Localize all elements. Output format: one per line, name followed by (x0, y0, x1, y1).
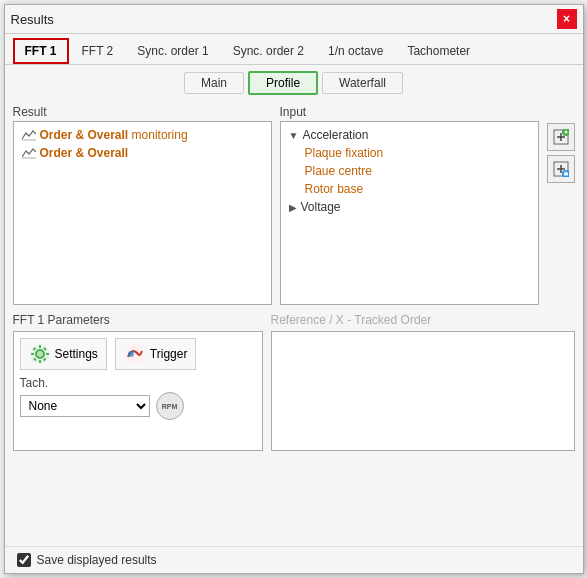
trigger-button[interactable]: Trigger (115, 338, 197, 370)
window-title: Results (11, 12, 54, 27)
save-label: Save displayed results (37, 553, 157, 567)
tab-fft1[interactable]: FFT 1 (13, 38, 69, 64)
save-checkbox[interactable] (17, 553, 31, 567)
tree-child-plaue-centre[interactable]: Plaue centre (285, 162, 534, 180)
tab-octave[interactable]: 1/n octave (317, 39, 394, 63)
sub-tabs: Main Profile Waterfall (5, 65, 583, 99)
expand-arrow: ▶ (289, 202, 297, 213)
close-button[interactable]: × (557, 9, 577, 29)
params-label: FFT 1 Parameters (13, 313, 263, 327)
tree-node-acceleration[interactable]: ▼ Acceleration (285, 126, 534, 144)
tach-label: Tach. (20, 376, 256, 390)
sub-tab-main[interactable]: Main (184, 72, 244, 94)
rpm-icon: RPM (156, 392, 184, 420)
tree-node-label: Acceleration (302, 128, 368, 142)
input-tree: ▼ Acceleration Plaque fixation Plaue cen… (280, 121, 539, 305)
tree-child-plaque-fixation[interactable]: Plaque fixation (285, 144, 534, 162)
list-item[interactable]: Order & Overall (18, 144, 267, 162)
list-item-text: Order & Overall (40, 146, 129, 160)
reference-section: Reference / X - Tracked Order (271, 313, 575, 451)
add-button[interactable] (547, 123, 575, 151)
tach-row: Tach. None RPM (20, 376, 256, 420)
svg-point-14 (36, 350, 44, 358)
tab-fft2[interactable]: FFT 2 (71, 39, 125, 63)
sub-tab-waterfall[interactable]: Waterfall (322, 72, 403, 94)
tach-select-row: None RPM (20, 392, 256, 420)
expand-arrow: ▼ (289, 130, 299, 141)
results-window: Results × FFT 1 FFT 2 Sync. order 1 Sync… (4, 4, 584, 574)
reference-box (271, 331, 575, 451)
trigger-label: Trigger (150, 347, 188, 361)
list-item-text: Order & Overall monitoring (40, 128, 188, 142)
add-icon (553, 129, 569, 145)
svg-rect-15 (39, 345, 41, 348)
input-panel: Input ▼ Acceleration Plaque fixation Pla… (280, 105, 539, 305)
settings-icon (29, 343, 51, 365)
chart-icon (22, 129, 36, 141)
tach-select[interactable]: None (20, 395, 150, 417)
content-area: Result Order & Overall monitoring (5, 99, 583, 546)
tab-sync-order-2[interactable]: Sync. order 2 (222, 39, 315, 63)
svg-rect-16 (39, 360, 41, 363)
chart-icon (22, 147, 36, 159)
tab-sync-order-1[interactable]: Sync. order 1 (126, 39, 219, 63)
result-panel: Result Order & Overall monitoring (13, 105, 272, 305)
footer: Save displayed results (5, 546, 583, 573)
side-buttons (547, 105, 575, 305)
sub-tab-profile[interactable]: Profile (248, 71, 318, 95)
result-input-row: Result Order & Overall monitoring (13, 105, 575, 305)
tab-tachometer[interactable]: Tachometer (396, 39, 481, 63)
input-label: Input (280, 105, 539, 119)
trigger-icon (124, 343, 146, 365)
reference-label: Reference / X - Tracked Order (271, 313, 575, 327)
svg-rect-17 (31, 353, 34, 355)
tree-node-label: Voltage (301, 200, 341, 214)
params-box: Settings Trigger (13, 331, 263, 451)
svg-rect-18 (46, 353, 49, 355)
settings-button[interactable]: Settings (20, 338, 107, 370)
params-section: FFT 1 Parameters (13, 313, 263, 451)
tree-node-voltage[interactable]: ▶ Voltage (285, 198, 534, 216)
title-bar: Results × (5, 5, 583, 34)
result-list: Order & Overall monitoring Order & Overa… (13, 121, 272, 305)
params-reference-row: FFT 1 Parameters (13, 313, 575, 451)
save-icon (553, 161, 569, 177)
main-tabs: FFT 1 FFT 2 Sync. order 1 Sync. order 2 … (5, 34, 583, 65)
settings-label: Settings (55, 347, 98, 361)
list-item[interactable]: Order & Overall monitoring (18, 126, 267, 144)
result-label: Result (13, 105, 272, 119)
tree-child-rotor-base[interactable]: Rotor base (285, 180, 534, 198)
params-buttons-row: Settings Trigger (20, 338, 256, 370)
save-button[interactable] (547, 155, 575, 183)
